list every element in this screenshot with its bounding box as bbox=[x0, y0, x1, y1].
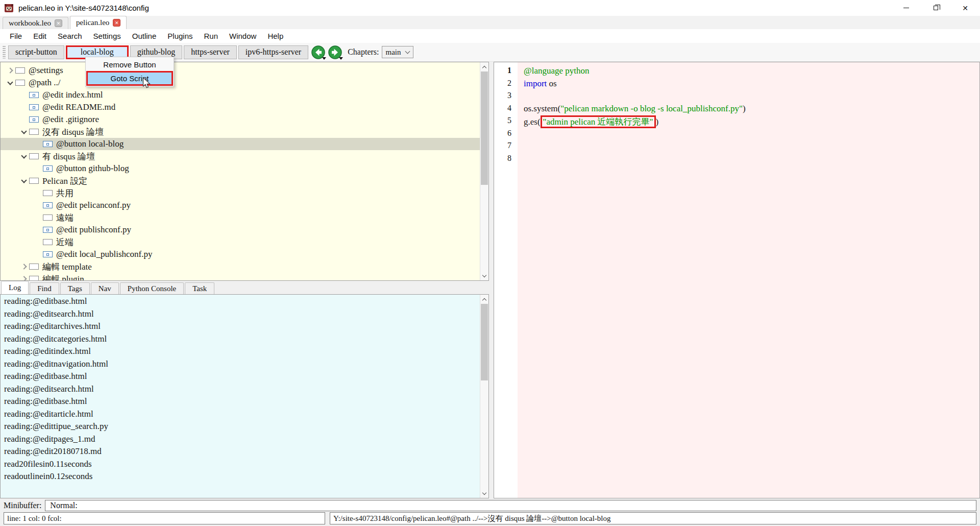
tree-row[interactable]: @path ../ bbox=[1, 77, 480, 89]
menu-file[interactable]: File bbox=[4, 32, 28, 40]
toolbar-drag-handle[interactable] bbox=[3, 45, 6, 59]
node-icon-content[interactable] bbox=[29, 92, 39, 98]
file-tab-pelican.leo[interactable]: pelican.leo✕ bbox=[70, 16, 127, 29]
close-tab-icon[interactable]: ✕ bbox=[55, 19, 62, 27]
node-icon-plain[interactable] bbox=[29, 153, 39, 159]
node-icon-content[interactable] bbox=[29, 104, 39, 110]
node-icon-content[interactable] bbox=[43, 141, 53, 147]
log-line: reading:@editbase.html bbox=[4, 396, 480, 409]
nav-forward-button[interactable] bbox=[328, 45, 342, 59]
menu-plugins[interactable]: Plugins bbox=[162, 32, 198, 40]
menu-window[interactable]: Window bbox=[224, 32, 262, 40]
tree-node-label: @button github-blog bbox=[56, 163, 129, 174]
menu-help[interactable]: Help bbox=[262, 32, 289, 40]
chevron-collapsed-icon[interactable] bbox=[5, 68, 15, 73]
tree-row[interactable]: @button local-blog bbox=[1, 138, 480, 150]
file-tab-workbook.leo[interactable]: workbook.leo✕ bbox=[3, 17, 68, 29]
chevron-expanded-icon[interactable] bbox=[18, 180, 29, 182]
log-line: reading:@editpages_1.md bbox=[4, 434, 480, 447]
chevron-expanded-icon[interactable] bbox=[18, 131, 29, 133]
chevron-collapsed-icon[interactable] bbox=[18, 277, 29, 280]
outline-pane: @settings@path ../@edit index.html@edit … bbox=[0, 62, 489, 281]
node-icon-plain[interactable] bbox=[29, 129, 39, 135]
tree-row[interactable]: 遠端 bbox=[1, 211, 480, 224]
node-icon-plain[interactable] bbox=[15, 80, 25, 86]
tree-node-label: @edit pelicanconf.py bbox=[56, 200, 131, 210]
log-tab-find[interactable]: Find bbox=[30, 282, 59, 294]
script-button-script-button[interactable]: script-button bbox=[8, 45, 64, 59]
menu-run[interactable]: Run bbox=[199, 32, 224, 40]
chevron-expanded-icon[interactable] bbox=[5, 82, 15, 84]
scroll-down-icon[interactable] bbox=[480, 489, 488, 497]
node-icon-content[interactable] bbox=[43, 165, 53, 172]
log-line: reading:@editsearch.html bbox=[4, 384, 480, 397]
tree-row[interactable]: @button github-blog bbox=[1, 162, 480, 175]
chevron-expanded-icon[interactable] bbox=[18, 155, 29, 158]
node-icon-plain[interactable] bbox=[29, 264, 39, 270]
menu-search[interactable]: Search bbox=[52, 32, 88, 40]
node-icon-plain[interactable] bbox=[15, 67, 25, 74]
tree-row[interactable]: 共用 bbox=[1, 187, 480, 199]
node-icon-plain[interactable] bbox=[43, 239, 53, 245]
tree-row[interactable]: 沒有 disqus 論壇 bbox=[1, 126, 480, 138]
log-tab-tags[interactable]: Tags bbox=[60, 282, 90, 294]
script-button-ipv6-https-server[interactable]: ipv6-https-server bbox=[238, 45, 308, 59]
script-button-https-server[interactable]: https-server bbox=[184, 45, 237, 59]
tree-row[interactable]: @edit pelicanconf.py bbox=[1, 199, 480, 211]
close-button[interactable]: ✕ bbox=[950, 0, 980, 16]
node-icon-plain[interactable] bbox=[43, 190, 53, 196]
chapter-dropdown[interactable]: main bbox=[382, 46, 413, 58]
nav-back-button[interactable] bbox=[311, 45, 325, 59]
node-icon-plain[interactable] bbox=[29, 178, 39, 184]
tree-row[interactable]: @edit publishconf.py bbox=[1, 224, 480, 236]
log-scroll-thumb[interactable] bbox=[481, 304, 488, 380]
outline-scrollbar[interactable] bbox=[480, 62, 488, 280]
body-editor-pane[interactable]: 12345678 @language pythonimport osos.sys… bbox=[494, 62, 980, 498]
minibuffer-input[interactable]: Normal: bbox=[45, 500, 976, 511]
scroll-down-icon[interactable] bbox=[480, 272, 488, 280]
pane-splitter[interactable] bbox=[489, 62, 494, 498]
tree-row[interactable]: 編輯 plugin bbox=[1, 273, 480, 280]
context-menu-item-remove-button[interactable]: Remove Button bbox=[86, 58, 173, 71]
log-tab-nav[interactable]: Nav bbox=[91, 282, 119, 294]
restore-button[interactable] bbox=[921, 0, 950, 16]
close-tab-icon[interactable]: ✕ bbox=[113, 19, 120, 27]
node-icon-plain[interactable] bbox=[43, 214, 53, 221]
node-icon-content[interactable] bbox=[43, 251, 53, 257]
code-line: os.system("pelican markdown -o blog -s l… bbox=[524, 104, 979, 116]
log-scrollbar[interactable] bbox=[480, 295, 488, 498]
log-tab-python-console[interactable]: Python Console bbox=[120, 282, 184, 294]
tree-row[interactable]: 編輯 template bbox=[1, 260, 480, 273]
context-menu-item-goto-script[interactable]: Goto Script bbox=[86, 71, 173, 86]
line-number: 6 bbox=[494, 129, 511, 141]
tree-node-label: 遠端 bbox=[56, 212, 74, 224]
scroll-up-icon[interactable] bbox=[480, 63, 488, 71]
file-tab-label: pelican.leo bbox=[76, 18, 109, 27]
menu-settings[interactable]: Settings bbox=[88, 32, 127, 40]
minimize-button[interactable] bbox=[891, 0, 921, 16]
tree-row[interactable]: @edit README.md bbox=[1, 101, 480, 113]
node-icon-content[interactable] bbox=[43, 227, 53, 233]
scroll-up-icon[interactable] bbox=[480, 295, 488, 303]
outline-scroll-thumb[interactable] bbox=[481, 71, 488, 185]
minibuffer-label: Minibuffer: bbox=[4, 501, 41, 510]
tree-row[interactable]: 近端 bbox=[1, 236, 480, 248]
tree-node-label: @edit .gitignore bbox=[42, 114, 99, 125]
log-tab-task[interactable]: Task bbox=[185, 282, 214, 294]
tree-row[interactable]: @edit local_publishconf.py bbox=[1, 248, 480, 260]
menu-edit[interactable]: Edit bbox=[28, 32, 52, 40]
tree-row[interactable]: @settings bbox=[1, 64, 480, 77]
chevron-collapsed-icon[interactable] bbox=[18, 265, 29, 269]
node-icon-plain[interactable] bbox=[29, 276, 39, 280]
log-tab-log[interactable]: Log bbox=[1, 281, 29, 294]
menu-outline[interactable]: Outline bbox=[127, 32, 162, 40]
tree-row[interactable]: Pelican 設定 bbox=[1, 175, 480, 187]
tree-row[interactable]: 有 disqus 論壇 bbox=[1, 150, 480, 162]
node-icon-content[interactable] bbox=[29, 116, 39, 123]
code-text[interactable]: @language pythonimport osos.system("peli… bbox=[518, 62, 979, 498]
code-segment: os bbox=[547, 79, 556, 88]
tree-row[interactable]: @edit index.html bbox=[1, 89, 480, 101]
node-icon-content[interactable] bbox=[43, 202, 53, 208]
log-line: reading:@editarchives.html bbox=[4, 321, 480, 334]
tree-row[interactable]: @edit .gitignore bbox=[1, 113, 480, 126]
